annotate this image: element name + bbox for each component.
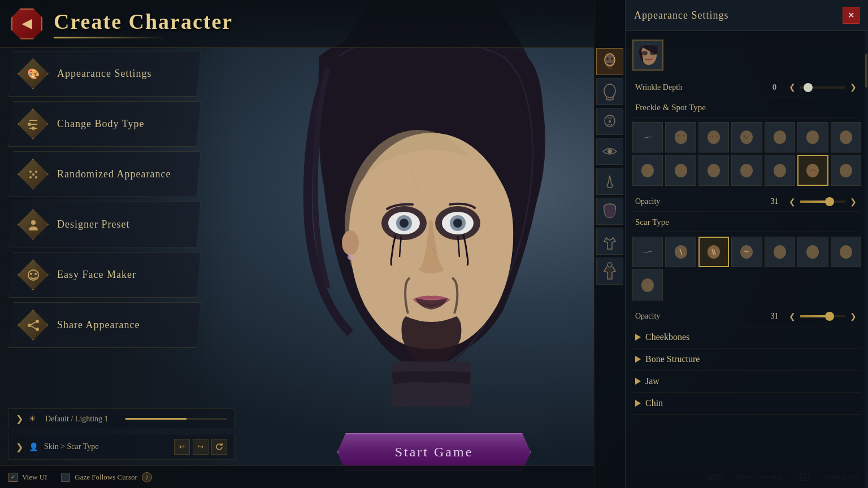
svg-point-20	[35, 171, 37, 173]
gaze-follows-help-icon[interactable]: ?	[142, 472, 152, 482]
freckle-cell-8[interactable]	[665, 155, 696, 185]
svg-point-63	[641, 164, 654, 177]
freckle-cell-1[interactable]	[665, 122, 696, 152]
back-button[interactable]: ◀	[11, 8, 42, 40]
undo-button[interactable]: ↩	[174, 439, 190, 455]
sidebar-item-designer-preset[interactable]: Designer Preset	[8, 202, 201, 247]
scar-cell-5[interactable]	[831, 237, 861, 267]
category-head[interactable]	[596, 78, 623, 105]
sidebar-item-easy-face-maker[interactable]: Easy Face Maker	[8, 252, 201, 298]
scar-cell-1[interactable]	[665, 237, 696, 267]
category-hair[interactable]	[596, 198, 623, 225]
freckle-cell-12[interactable]	[831, 155, 861, 185]
scar-cell-2[interactable]	[731, 237, 762, 267]
sidebar-item-change-body-type[interactable]: Change Body Type	[8, 101, 201, 147]
scar-opacity-slider[interactable]	[800, 315, 845, 317]
chin-collapse[interactable]: Chin	[632, 393, 861, 415]
category-eyes[interactable]	[596, 138, 623, 165]
view-ui-label: View UI	[22, 473, 47, 482]
breadcrumb-nav-button[interactable]: ❯	[16, 442, 23, 452]
svg-point-58	[747, 137, 748, 138]
redo-button[interactable]: ↪	[193, 439, 209, 455]
freckle-cell-11[interactable]	[765, 155, 795, 185]
scar-opacity-right-arrow[interactable]: ❯	[848, 312, 858, 321]
lighting-prev-button[interactable]: ❯	[16, 413, 23, 424]
scar-cell-selected[interactable]	[698, 237, 729, 267]
panel-content: Wrinkle Depth 0 ❮ ❯ Freckle & Spot Type …	[626, 31, 868, 488]
svg-point-26	[30, 273, 32, 275]
scar-preset-grid: ∕	[632, 237, 861, 300]
scar-cell-6[interactable]	[632, 269, 663, 300]
panel-close-button[interactable]: ✕	[843, 7, 860, 24]
scar-cell-4[interactable]	[797, 237, 828, 267]
category-body-overlay[interactable]	[596, 258, 623, 285]
category-clothing[interactable]	[596, 228, 623, 255]
wrinkle-depth-right-arrow[interactable]: ❯	[848, 82, 858, 92]
svg-point-47	[642, 51, 648, 55]
svg-point-24	[31, 220, 36, 225]
gaze-follows-label: Gaze Follows Cursor	[75, 473, 137, 482]
freckle-cell-none[interactable]: ∕	[632, 122, 663, 152]
freckle-cell-5[interactable]	[797, 122, 828, 152]
refresh-button[interactable]	[211, 439, 227, 455]
category-nose[interactable]	[596, 168, 623, 195]
bone-structure-collapse[interactable]: Bone Structure	[632, 348, 861, 371]
view-ui-checkbox[interactable]: ✓	[8, 473, 18, 482]
freckle-opacity-left-arrow[interactable]: ❮	[787, 197, 797, 207]
svg-point-75	[708, 245, 720, 259]
scrollbar-thumb[interactable]	[865, 54, 867, 88]
svg-point-38	[611, 58, 613, 60]
scrollbar-track	[865, 31, 868, 488]
jaw-chevron-icon	[635, 378, 641, 385]
freckle-cell-2[interactable]	[698, 122, 729, 152]
svg-point-79	[774, 245, 786, 259]
svg-point-66	[740, 164, 753, 177]
svg-point-42	[609, 120, 611, 123]
sidebar-item-share-appearance[interactable]: Share Appearance	[8, 302, 201, 348]
freckle-cell-10[interactable]	[731, 155, 762, 185]
svg-point-64	[675, 164, 687, 177]
freckle-cell-6[interactable]	[831, 122, 861, 152]
scar-cell-none[interactable]: ∕	[632, 237, 663, 267]
share-appearance-icon	[18, 310, 49, 341]
svg-point-62	[840, 130, 852, 144]
sidebar-item-appearance-settings[interactable]: 🎨 Appearance Settings	[8, 51, 201, 97]
scar-opacity-left-arrow[interactable]: ❮	[787, 312, 797, 321]
svg-point-67	[774, 164, 786, 177]
wrinkle-depth-left-arrow[interactable]: ❮	[787, 82, 797, 92]
freckle-cell-4[interactable]	[765, 122, 795, 152]
freckle-cell-selected[interactable]	[797, 155, 828, 185]
svg-point-21	[32, 173, 34, 176]
freckle-cell-7[interactable]	[632, 155, 663, 185]
wrinkle-depth-slider[interactable]	[800, 86, 845, 89]
svg-point-70	[812, 169, 813, 170]
chin-chevron-icon	[635, 400, 641, 407]
svg-point-11	[453, 219, 462, 228]
svg-point-55	[717, 136, 718, 137]
svg-point-18	[32, 127, 35, 130]
category-face-preview[interactable]	[596, 48, 623, 75]
svg-point-59	[745, 138, 746, 139]
freckle-opacity-right-arrow[interactable]: ❯	[848, 197, 858, 207]
bottom-left-controls: ❯ ☀ Default / Lighting 1 ❯ 👤 Skin > Scar…	[8, 408, 235, 460]
freckle-opacity-slider[interactable]	[800, 201, 845, 203]
freckle-cell-3[interactable]	[731, 122, 762, 152]
gaze-follows-checkbox[interactable]	[61, 473, 70, 482]
appearance-settings-icon: 🎨	[18, 58, 49, 89]
svg-point-82	[641, 278, 654, 292]
category-face-detail[interactable]	[596, 108, 623, 135]
jaw-collapse[interactable]: Jaw	[632, 371, 861, 393]
scar-cell-3[interactable]	[765, 237, 795, 267]
chin-label: Chin	[645, 398, 663, 408]
cheekbones-collapse[interactable]: Cheekbones	[632, 326, 861, 348]
page-title: Create Character	[54, 9, 233, 34]
svg-point-52	[708, 130, 720, 144]
designer-preset-label: Designer Preset	[57, 219, 129, 230]
back-arrow-icon: ◀	[22, 16, 32, 31]
svg-point-13	[348, 254, 353, 260]
easy-face-maker-icon	[18, 259, 49, 290]
sidebar-item-randomized-appearance[interactable]: Randomized Appearance	[8, 151, 201, 197]
panel-title: Appearance Settings	[634, 10, 728, 21]
scar-opacity-fill	[800, 315, 827, 317]
freckle-cell-9[interactable]	[698, 155, 729, 185]
